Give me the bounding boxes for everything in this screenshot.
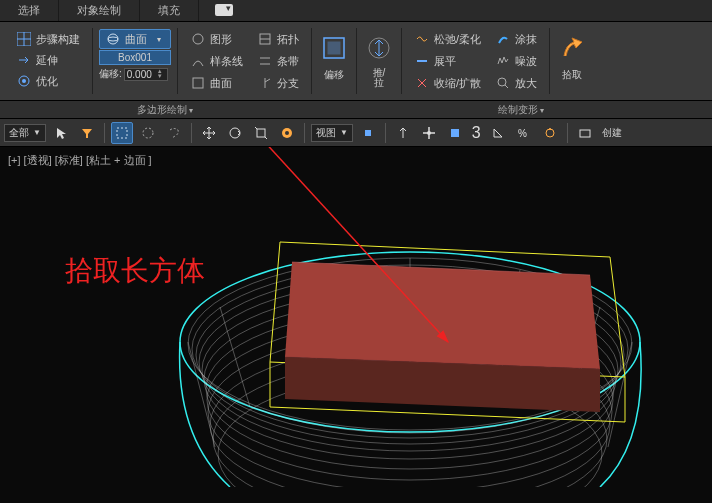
move-tool[interactable] [198, 122, 220, 144]
noise-button[interactable]: 噪波 [489, 51, 543, 71]
svg-line-46 [220, 307, 250, 407]
svg-text:%: % [518, 128, 527, 139]
snap-move-tool[interactable] [418, 122, 440, 144]
separator [104, 123, 105, 143]
pick-icon[interactable] [556, 32, 588, 64]
offset-label: 偏移: [99, 67, 122, 81]
chevron-down-icon: ▾ [540, 106, 544, 115]
topology-icon [257, 31, 273, 47]
svg-point-28 [549, 128, 551, 130]
push-pull-label2: 拉 [363, 78, 395, 88]
pick-label: 拾取 [556, 68, 588, 82]
branch-icon [257, 75, 273, 91]
rotate-tool[interactable] [224, 122, 246, 144]
manipulate-tool[interactable] [392, 122, 414, 144]
ribbon-group-build: 步骤构建 延伸 优化 [4, 28, 93, 94]
tab-object-paint[interactable]: 对象绘制 [59, 0, 140, 21]
step-build-label: 步骤构建 [36, 32, 80, 47]
snap-3-label[interactable]: 3 [470, 124, 483, 142]
face-button[interactable]: 曲面 [184, 73, 249, 93]
placement-tool[interactable] [276, 122, 298, 144]
tab-dropdown-icon[interactable] [215, 4, 233, 16]
offset-value-input[interactable] [127, 69, 157, 80]
ribbon-group-labels: 多边形绘制▾ 绘制变形▾ [0, 101, 712, 119]
ribbon-group-shapes: 图形 样条线 曲面 拓扑 条带 分支 [178, 28, 312, 94]
secondary-toolbar: 全部▼ 视图▼ 3 % 创建 [0, 119, 712, 147]
create-label[interactable]: 创建 [600, 126, 624, 140]
shape-icon [190, 31, 206, 47]
wave-icon [414, 31, 430, 47]
ribbon: 步骤构建 延伸 优化 曲面 ▾ Box001 偏移: ▲▼ [0, 22, 712, 101]
svg-point-19 [230, 128, 240, 138]
push-pull-icon[interactable] [363, 32, 395, 64]
optimize-button[interactable]: 优化 [10, 71, 86, 91]
noise-icon [495, 53, 511, 69]
branch-button[interactable]: 分支 [251, 73, 305, 93]
svg-rect-20 [257, 129, 265, 137]
tab-fill[interactable]: 填充 [140, 0, 199, 21]
zoom-button[interactable]: 放大 [489, 73, 543, 93]
strip-button[interactable]: 条带 [251, 51, 305, 71]
coord-system-dropdown[interactable]: 视图▼ [311, 124, 353, 142]
offset-big-icon[interactable] [318, 32, 350, 64]
lasso-select-tool[interactable] [163, 122, 185, 144]
relax-button[interactable]: 松弛/柔化 [408, 29, 487, 49]
extend-button[interactable]: 延伸 [10, 50, 86, 70]
object-name-field[interactable]: Box001 [99, 50, 171, 65]
viewport[interactable]: [+] [透视] [标准] [粘土 + 边面 ] 拾取长方体 [0, 147, 712, 503]
svg-line-49 [608, 342, 632, 447]
snap-toggle[interactable] [444, 122, 466, 144]
svg-rect-8 [193, 78, 203, 88]
svg-point-4 [22, 79, 26, 83]
sphere-icon [105, 31, 121, 47]
select-tool[interactable] [50, 122, 72, 144]
branch-label: 分支 [277, 76, 299, 91]
pivot-tool[interactable] [357, 122, 379, 144]
flatten-label: 展平 [434, 54, 456, 69]
grid-icon [16, 31, 32, 47]
shrink-label: 收缩/扩散 [434, 76, 481, 91]
topology-button[interactable]: 拓扑 [251, 29, 305, 49]
svg-rect-23 [365, 130, 371, 136]
rect-select-tool[interactable] [111, 122, 133, 144]
chevron-down-icon: ▼ [33, 128, 41, 137]
strip-label: 条带 [277, 54, 299, 69]
zoom-label: 放大 [515, 76, 537, 91]
extend-label: 延伸 [36, 53, 58, 68]
scale-tool[interactable] [250, 122, 272, 144]
named-sets-tool[interactable] [574, 122, 596, 144]
filter-dropdown[interactable]: 全部▼ [4, 124, 46, 142]
viewport-scene [0, 147, 712, 487]
svg-point-15 [498, 78, 506, 86]
extend-icon [16, 52, 32, 68]
ribbon-group-deform: 松弛/柔化 展平 收缩/扩散 涂抹 噪波 放大 [402, 28, 550, 94]
separator [385, 123, 386, 143]
spline-button[interactable]: 样条线 [184, 51, 249, 71]
spinner-arrows-icon[interactable]: ▲▼ [157, 69, 163, 79]
surface-button[interactable]: 曲面 ▾ [99, 29, 171, 49]
ribbon-group-pick: 拾取 [550, 28, 594, 94]
filter-tool[interactable] [76, 122, 98, 144]
svg-line-16 [505, 85, 508, 88]
shrink-button[interactable]: 收缩/扩散 [408, 73, 487, 93]
poly-draw-group-label[interactable]: 多边形绘制▾ [0, 101, 330, 118]
smear-button[interactable]: 涂抹 [489, 29, 543, 49]
percent-snap-tool[interactable]: % [513, 122, 535, 144]
step-build-button[interactable]: 步骤构建 [10, 29, 86, 49]
svg-rect-25 [451, 129, 459, 137]
face-label: 曲面 [210, 76, 232, 91]
angle-snap-tool[interactable] [487, 122, 509, 144]
offset-spinner[interactable]: ▲▼ [124, 68, 168, 81]
svg-marker-51 [285, 262, 600, 369]
svg-point-24 [427, 131, 431, 135]
tab-select[interactable]: 选择 [0, 0, 59, 21]
circle-select-tool[interactable] [137, 122, 159, 144]
noise-label: 噪波 [515, 54, 537, 69]
paint-deform-group-label[interactable]: 绘制变形▾ [330, 101, 712, 118]
shape-button[interactable]: 图形 [184, 29, 249, 49]
svg-point-7 [193, 34, 203, 44]
spinner-snap-tool[interactable] [539, 122, 561, 144]
strip-icon [257, 53, 273, 69]
flatten-button[interactable]: 展平 [408, 51, 487, 71]
svg-point-6 [108, 37, 118, 41]
